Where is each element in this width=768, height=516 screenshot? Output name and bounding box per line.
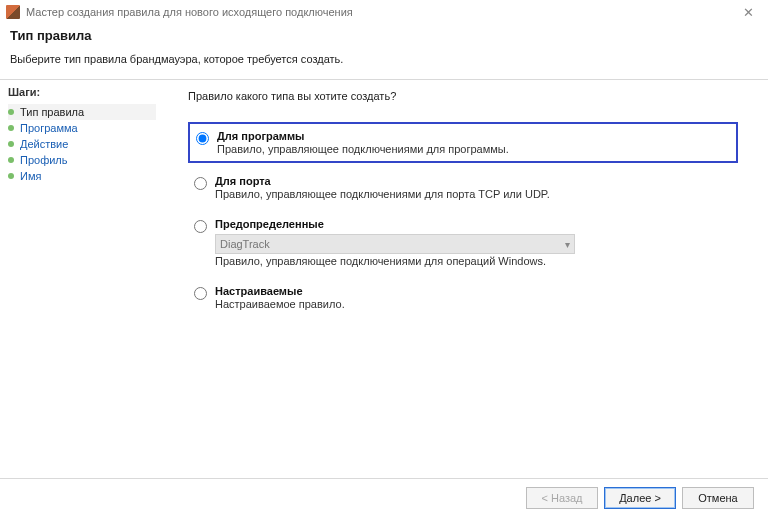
option-port[interactable]: Для порта Правило, управляющее подключен…	[188, 169, 738, 206]
option-custom-body: Настраиваемые Настраиваемое правило.	[215, 285, 732, 310]
step-bullet-icon	[8, 141, 14, 147]
back-button[interactable]: < Назад	[526, 487, 598, 509]
wizard-header: Тип правила Выберите тип правила брандма…	[0, 24, 768, 71]
rule-type-question: Правило какого типа вы хотите создать?	[188, 90, 738, 102]
titlebar: Мастер создания правила для нового исход…	[0, 0, 768, 24]
option-program[interactable]: Для программы Правило, управляющее подкл…	[188, 122, 738, 163]
close-icon[interactable]: ✕	[734, 3, 762, 21]
wizard-body: Шаги: Тип правила Программа Действие Про…	[0, 80, 768, 478]
option-program-desc: Правило, управляющее подключениями для п…	[217, 143, 730, 155]
cancel-button[interactable]: Отмена	[682, 487, 754, 509]
step-label: Программа	[20, 122, 78, 134]
option-predefined-radio[interactable]	[194, 220, 207, 233]
step-bullet-icon	[8, 125, 14, 131]
option-port-body: Для порта Правило, управляющее подключен…	[215, 175, 732, 200]
step-bullet-icon	[8, 157, 14, 163]
option-program-title: Для программы	[217, 130, 730, 142]
step-bullet-icon	[8, 109, 14, 115]
step-program[interactable]: Программа	[8, 120, 156, 136]
option-custom-radio[interactable]	[194, 287, 207, 300]
option-custom[interactable]: Настраиваемые Настраиваемое правило.	[188, 279, 738, 316]
option-predefined-desc: Правило, управляющее подключениями для о…	[215, 255, 732, 267]
option-port-title: Для порта	[215, 175, 732, 187]
sidebar: Шаги: Тип правила Программа Действие Про…	[0, 80, 164, 478]
page-title: Тип правила	[10, 28, 758, 43]
option-program-body: Для программы Правило, управляющее подкл…	[217, 130, 730, 155]
option-port-radio[interactable]	[194, 177, 207, 190]
step-label: Профиль	[20, 154, 68, 166]
option-predefined-body: Предопределенные DiagTrack ▾ Правило, уп…	[215, 218, 732, 267]
steps-heading: Шаги:	[8, 86, 156, 98]
step-label: Действие	[20, 138, 68, 150]
step-profile[interactable]: Профиль	[8, 152, 156, 168]
predefined-dropdown[interactable]: DiagTrack ▾	[215, 234, 575, 254]
firewall-icon	[6, 5, 20, 19]
content-pane: Правило какого типа вы хотите создать? Д…	[164, 80, 768, 478]
option-custom-title: Настраиваемые	[215, 285, 732, 297]
chevron-down-icon: ▾	[565, 239, 570, 250]
step-action[interactable]: Действие	[8, 136, 156, 152]
step-label: Тип правила	[20, 106, 84, 118]
next-button[interactable]: Далее >	[604, 487, 676, 509]
footer: < Назад Далее > Отмена	[0, 478, 768, 516]
option-port-desc: Правило, управляющее подключениями для п…	[215, 188, 732, 200]
option-program-radio[interactable]	[196, 132, 209, 145]
step-name[interactable]: Имя	[8, 168, 156, 184]
window-title: Мастер создания правила для нового исход…	[26, 6, 734, 18]
step-rule-type[interactable]: Тип правила	[8, 104, 156, 120]
step-label: Имя	[20, 170, 41, 182]
option-predefined[interactable]: Предопределенные DiagTrack ▾ Правило, уп…	[188, 212, 738, 273]
page-subtitle: Выберите тип правила брандмауэра, которо…	[10, 53, 758, 65]
step-bullet-icon	[8, 173, 14, 179]
predefined-dropdown-value: DiagTrack	[220, 238, 270, 250]
option-predefined-title: Предопределенные	[215, 218, 732, 230]
option-custom-desc: Настраиваемое правило.	[215, 298, 732, 310]
